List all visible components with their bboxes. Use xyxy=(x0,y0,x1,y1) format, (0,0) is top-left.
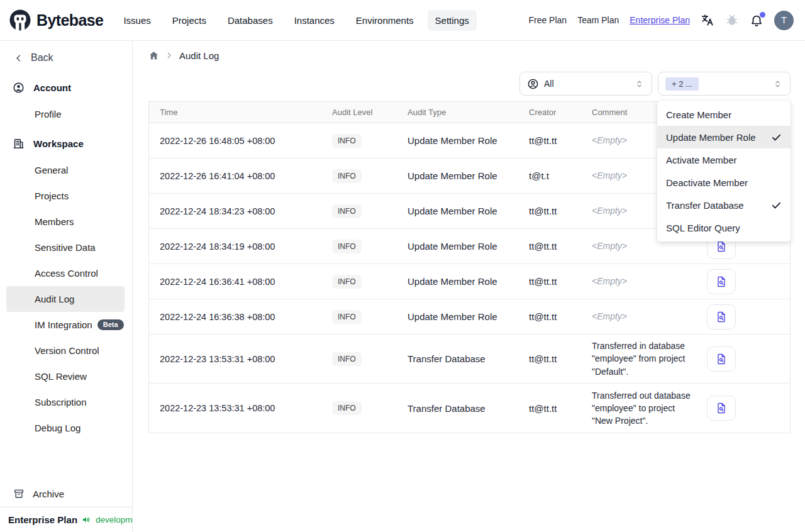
chevron-left-icon xyxy=(14,53,23,63)
info-badge: INFO xyxy=(332,352,362,366)
sidebar-item-label: Members xyxy=(35,216,74,227)
sidebar-item-label: Audit Log xyxy=(35,294,74,304)
cell-level: INFO xyxy=(321,204,397,218)
cell-type: Update Member Role xyxy=(397,135,518,146)
cell-type: Transfer Database xyxy=(397,353,518,364)
cell-level: INFO xyxy=(321,310,397,324)
table-row: 2022-12-24 16:36:41 +08:00 INFO Update M… xyxy=(149,264,790,299)
cell-actions xyxy=(696,304,790,330)
menu-item-label: Activate Member xyxy=(666,155,737,165)
info-badge: INFO xyxy=(332,240,362,253)
info-badge: INFO xyxy=(332,310,362,324)
table-row: 2022-12-23 13:53:31 +08:00 INFO Transfer… xyxy=(149,335,790,384)
cell-actions xyxy=(696,269,790,294)
cell-type: Update Member Role xyxy=(397,241,518,252)
sidebar-item-profile[interactable]: Profile xyxy=(6,101,125,127)
cell-type: Update Member Role xyxy=(397,311,518,322)
sidebar-item-label: Subscription xyxy=(35,397,87,407)
sidebar-item-label: Debug Log xyxy=(35,423,80,433)
cell-creator: tt@tt.tt xyxy=(518,353,581,364)
sidebar-item-label: IM Integration xyxy=(35,319,92,330)
nav-link-databases[interactable]: Databases xyxy=(220,10,280,31)
sidebar-spacer xyxy=(0,441,132,480)
cell-type: Update Member Role xyxy=(397,170,518,181)
navbar-right: Free PlanTeam PlanEnterprise Plan xyxy=(528,11,794,30)
cell-time: 2022-12-23 13:53:31 +08:00 xyxy=(149,354,321,364)
building-icon xyxy=(13,138,25,150)
audit-type-filter-select[interactable]: + 2 ... xyxy=(658,72,791,96)
sidebar-item-projects[interactable]: Projects xyxy=(6,183,125,209)
cell-creator: tt@tt.tt xyxy=(518,403,581,414)
user-circle-icon xyxy=(527,78,539,90)
translate-icon[interactable] xyxy=(701,13,714,27)
nav-link-environments[interactable]: Environments xyxy=(348,10,421,31)
menu-item-label: SQL Editor Query xyxy=(666,223,740,233)
enterprise-plan-link[interactable]: Enterprise Plan xyxy=(630,15,690,25)
view-detail-button[interactable] xyxy=(707,396,736,421)
sidebar-item-access-control[interactable]: Access Control xyxy=(6,260,125,286)
nav-link-issues[interactable]: Issues xyxy=(116,10,158,31)
free-plan-link[interactable]: Free Plan xyxy=(528,15,567,25)
bytebase-logo[interactable]: Bytebase xyxy=(9,9,103,31)
menu-item-activate-member[interactable]: Activate Member xyxy=(657,148,791,171)
view-detail-button[interactable] xyxy=(707,269,736,294)
archive-icon xyxy=(13,488,25,499)
cell-level: INFO xyxy=(321,275,397,289)
nav-link-projects[interactable]: Projects xyxy=(165,10,214,31)
speaker-icon[interactable] xyxy=(82,515,91,524)
audit-type-filter-tag: + 2 ... xyxy=(665,77,699,91)
team-plan-link[interactable]: Team Plan xyxy=(577,15,619,25)
nav-link-settings[interactable]: Settings xyxy=(428,10,477,31)
view-detail-button[interactable] xyxy=(707,346,736,372)
plan-links: Free PlanTeam PlanEnterprise Plan xyxy=(528,15,690,25)
notification-bell-icon[interactable] xyxy=(750,13,763,27)
menu-item-label: Transfer Database xyxy=(666,200,744,211)
sidebar-item-subscription[interactable]: Subscription xyxy=(6,389,125,415)
cell-creator: tt@tt.tt xyxy=(518,241,581,252)
cell-creator: tt@tt.tt xyxy=(518,206,581,216)
sidebar-sections: Account Profile Workspace General Projec… xyxy=(0,71,132,441)
cell-time: 2022-12-24 18:34:23 +08:00 xyxy=(149,206,321,216)
sidebar-item-label: General xyxy=(35,165,68,175)
creator-filter-select[interactable]: All xyxy=(519,72,652,96)
sidebar-item-general[interactable]: General xyxy=(6,157,125,183)
cell-creator: t@t.t xyxy=(518,170,581,181)
cell-comment: Transferred in database "employee" from … xyxy=(581,336,696,382)
menu-item-deactivate-member[interactable]: Deactivate Member xyxy=(657,171,791,194)
breadcrumb-current: Audit Log xyxy=(179,50,219,61)
sidebar-footer: Enterprise Plan development xyxy=(0,507,132,532)
menu-item-update-member-role[interactable]: Update Member Role xyxy=(657,126,791,148)
sidebar-item-sensitive-data[interactable]: Sensitive Data xyxy=(6,235,125,260)
sidebar-item-audit-log[interactable]: Audit Log xyxy=(6,286,125,312)
cell-creator: tt@tt.tt xyxy=(518,135,581,146)
file-search-icon xyxy=(715,402,728,414)
view-detail-button[interactable] xyxy=(707,304,736,330)
cell-level: INFO xyxy=(321,240,397,253)
sidebar-item-sql-review[interactable]: SQL Review xyxy=(6,363,125,389)
menu-item-create-member[interactable]: Create Member xyxy=(657,103,791,126)
avatar[interactable]: T xyxy=(774,11,794,30)
beta-badge: Beta xyxy=(97,319,124,330)
menu-item-transfer-database[interactable]: Transfer Database xyxy=(657,194,791,216)
nav-link-instances[interactable]: Instances xyxy=(287,10,342,31)
sidebar-item-im-integration[interactable]: IM Integration Beta xyxy=(6,312,125,338)
table-row: 2022-12-23 13:53:31 +08:00 INFO Transfer… xyxy=(149,384,790,433)
back-button[interactable]: Back xyxy=(0,41,132,71)
main-nav: IssuesProjectsDatabasesInstancesEnvironm… xyxy=(116,10,476,31)
creator-filter-value: All xyxy=(544,79,554,89)
sidebar-item-members[interactable]: Members xyxy=(6,209,125,235)
sidebar-item-version-control[interactable]: Version Control xyxy=(6,338,125,363)
sidebar-item-archive[interactable]: Archive xyxy=(0,480,132,507)
checkmark-icon xyxy=(771,132,782,143)
cell-creator: tt@tt.tt xyxy=(518,276,581,287)
column-header-creator: Creator xyxy=(518,108,581,117)
bug-report-icon[interactable] xyxy=(725,13,739,27)
home-icon[interactable] xyxy=(148,50,159,61)
menu-item-sql-editor-query[interactable]: SQL Editor Query xyxy=(657,216,791,239)
top-navbar: Bytebase IssuesProjectsDatabasesInstance… xyxy=(0,0,805,41)
info-badge: INFO xyxy=(332,134,362,148)
sidebar-item-debug-log[interactable]: Debug Log xyxy=(6,415,125,441)
cell-time: 2022-12-24 16:36:41 +08:00 xyxy=(149,277,321,287)
cell-comment: <Empty> xyxy=(581,306,696,326)
filter-bar: All + 2 ... xyxy=(148,72,791,96)
